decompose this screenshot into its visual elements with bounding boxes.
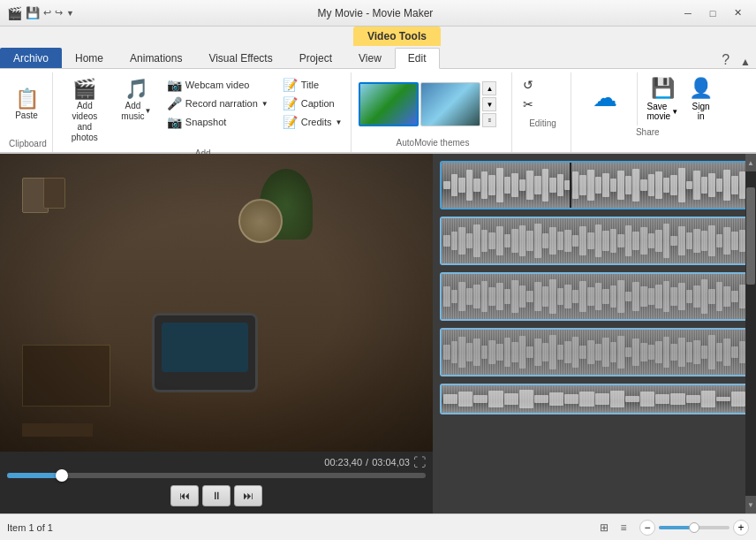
webcam-video-button[interactable]: 📷 Webcam video <box>163 76 272 94</box>
close-button[interactable]: ✕ <box>726 4 749 22</box>
clipboard-label: Clipboard <box>9 137 47 152</box>
redo-icon[interactable]: ↪ <box>55 7 63 19</box>
editing-btn-2[interactable]: ✂ <box>519 95 565 113</box>
bar <box>648 288 655 305</box>
bar <box>670 236 677 246</box>
bar <box>716 234 723 247</box>
bar <box>701 391 715 407</box>
dropdown-icon[interactable]: ▼ <box>66 9 74 18</box>
theme-thumb-1[interactable] <box>359 82 419 126</box>
add-text-buttons: 📝 Title 📝 Caption 📝 Credits ▼ <box>279 76 346 131</box>
track-content-1 <box>442 163 747 208</box>
bar <box>693 171 700 199</box>
ribbon-group-editing: ↺ ✂ Editing <box>514 72 571 152</box>
bar <box>473 395 488 403</box>
collapse-ribbon-icon[interactable]: ▲ <box>735 56 756 68</box>
bar <box>701 231 708 252</box>
bar <box>617 234 624 247</box>
minimize-button[interactable]: ─ <box>677 4 699 22</box>
bar <box>534 395 548 402</box>
add-videos-icon: 🎬 <box>72 80 96 99</box>
theme-scroll-more[interactable]: ≡ <box>482 113 496 127</box>
waveform-1 <box>442 163 747 208</box>
quick-save-icon[interactable]: 💾 <box>26 6 40 19</box>
onedrive-button[interactable]: ☁ <box>578 72 631 125</box>
maximize-button[interactable]: □ <box>701 4 724 22</box>
pause-button[interactable]: ⏸ <box>202 485 231 506</box>
add-videos-button[interactable]: 🎬 Add videosand photos <box>60 76 110 147</box>
tab-view[interactable]: View <box>345 48 395 68</box>
theme-scroll-up[interactable]: ▲ <box>482 81 496 95</box>
timeline-track-2[interactable] <box>440 217 749 265</box>
bar <box>632 169 639 202</box>
fullscreen-button[interactable]: ⛶ <box>413 455 426 469</box>
step-forward-button[interactable]: ⏭ <box>234 485 262 506</box>
total-time: 03:04,03 <box>372 457 410 468</box>
theme-scroll-down[interactable]: ▼ <box>482 97 496 111</box>
save-movie-button[interactable]: 💾 Savemovie ▼ <box>643 73 682 125</box>
rotate-left-icon: ↺ <box>523 78 533 92</box>
bar <box>610 342 617 363</box>
window-controls[interactable]: ─ □ ✕ <box>677 4 749 22</box>
zoom-in-button[interactable]: + <box>733 520 749 536</box>
tab-edit[interactable]: Edit <box>395 48 440 69</box>
timeline-track-3[interactable] <box>440 272 749 321</box>
theme-thumb-2[interactable] <box>420 82 480 126</box>
bar <box>572 290 579 303</box>
bar <box>451 174 458 197</box>
paste-button[interactable]: 📋 Paste <box>9 86 44 124</box>
bar <box>458 282 465 310</box>
video-time-display: 00:23,40 / 03:04,03 ⛶ <box>7 455 426 469</box>
video-tools-tab[interactable]: Video Tools <box>353 27 441 46</box>
undo-icon[interactable]: ↩ <box>43 7 51 19</box>
scene-tv <box>152 313 258 392</box>
timeline-scroll[interactable] <box>433 154 756 513</box>
add-content: 🎬 Add videosand photos 🎵 Addmusic ▼ 📷 We… <box>60 72 346 147</box>
storyboard-view-icon[interactable]: ⊞ <box>595 520 613 536</box>
bar <box>488 287 495 307</box>
timeline-view-icon[interactable]: ≡ <box>615 520 632 536</box>
bar <box>549 178 556 193</box>
progress-bar[interactable] <box>7 473 426 478</box>
tab-visual-effects[interactable]: Visual Effects <box>195 48 285 68</box>
timeline-scrollbar[interactable]: ▲ ▼ <box>745 154 756 513</box>
tab-animations[interactable]: Animations <box>117 48 195 68</box>
tab-home[interactable]: Home <box>62 48 117 68</box>
zoom-slider[interactable] <box>659 526 730 529</box>
bar <box>511 342 518 363</box>
timeline-track-1[interactable] <box>440 161 749 209</box>
bar <box>716 179 723 192</box>
item-count: Item 1 of 1 <box>7 522 53 533</box>
sign-in-icon: 👤 <box>689 77 713 100</box>
scroll-down-button[interactable]: ▼ <box>745 496 756 513</box>
tab-archivo[interactable]: Archivo <box>0 48 62 68</box>
progress-thumb[interactable] <box>56 469 68 482</box>
bar <box>610 229 617 254</box>
caption-button[interactable]: 📝 Caption <box>279 95 346 112</box>
bar <box>678 283 685 309</box>
timeline-track-5[interactable] <box>440 384 749 415</box>
sign-in-button[interactable]: 👤 Signin <box>685 73 716 125</box>
theme-img-2 <box>421 83 480 125</box>
credits-button[interactable]: 📝 Credits ▼ <box>279 113 346 131</box>
timeline-track-4[interactable] <box>440 328 749 376</box>
zoom-out-button[interactable]: − <box>639 520 655 536</box>
record-narration-button[interactable]: 🎤 Record narration ▼ <box>163 95 272 112</box>
snapshot-button[interactable]: 📷 Snapshot <box>163 113 272 131</box>
zoom-slider-thumb[interactable] <box>689 522 699 533</box>
title-bar-quick-access[interactable]: 🎬 💾 ↩ ↪ ▼ <box>7 6 74 20</box>
step-back-button[interactable]: ⏮ <box>170 485 199 506</box>
title-button[interactable]: 📝 Title <box>279 76 346 94</box>
scroll-up-button[interactable]: ▲ <box>745 154 756 171</box>
bar <box>519 336 526 369</box>
playback-controls: ⏮ ⏸ ⏭ <box>7 483 426 510</box>
tab-project[interactable]: Project <box>286 48 345 68</box>
scroll-thumb[interactable] <box>746 187 755 285</box>
add-music-button[interactable]: 🎵 Addmusic ▼ <box>117 76 156 125</box>
mic-icon: 🎤 <box>167 96 182 110</box>
bar <box>481 346 488 359</box>
help-icon[interactable]: ? <box>716 52 735 68</box>
editing-btn-1[interactable]: ↺ <box>519 76 565 94</box>
bar <box>595 393 609 405</box>
automovie-content: ▲ ▼ ≡ <box>359 72 506 136</box>
